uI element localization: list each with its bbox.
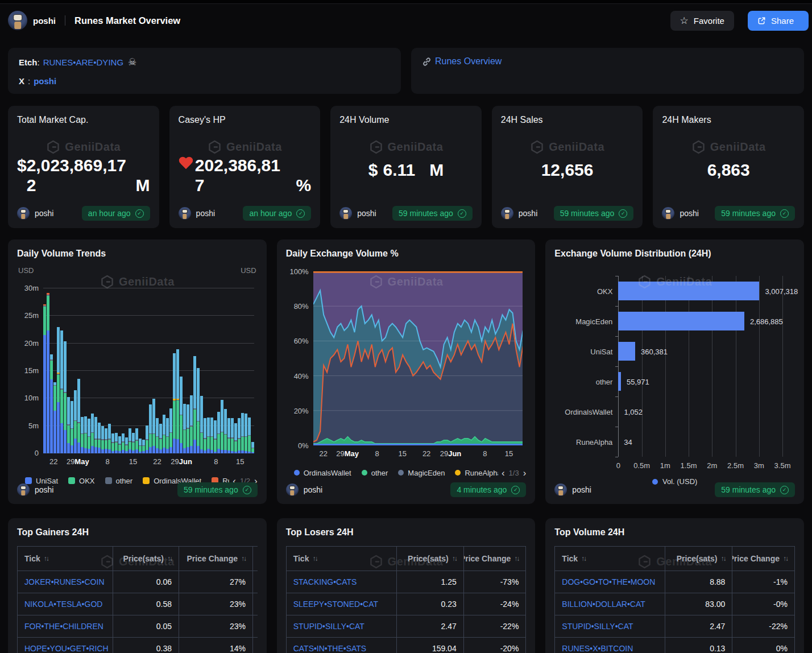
- tick-link[interactable]: CATS•IN•THE•SATS: [286, 638, 396, 653]
- author-name[interactable]: poshi: [357, 209, 376, 218]
- sort-icon[interactable]: ↑↓: [241, 555, 246, 563]
- runes-overview-link[interactable]: Runes Overview: [435, 56, 502, 67]
- price-change-cell: -22%: [463, 615, 526, 638]
- gridline: [642, 276, 643, 457]
- column-header-clipped[interactable]: V: [253, 547, 258, 571]
- daily-volume-trends-card: Daily Volume Trends USD USD GeniiData 05…: [8, 239, 267, 504]
- author-name[interactable]: poshi: [572, 485, 591, 494]
- column-header-price-sats-[interactable]: Price(sats)↑↓: [665, 547, 732, 571]
- poshi-avatar[interactable]: [339, 207, 352, 220]
- author-name[interactable]: poshi: [35, 209, 53, 218]
- column-header-tick[interactable]: Tick↑↓: [286, 547, 396, 571]
- favorite-button[interactable]: ☆ Favorite: [670, 11, 734, 31]
- bar-segment-magiceden: [105, 428, 107, 439]
- tick-link[interactable]: HOPE•YOU•GET•RICH: [18, 638, 113, 653]
- bar-segment-magiceden: [159, 424, 162, 438]
- tick-link[interactable]: RUNES•X•BITCOIN: [555, 638, 665, 653]
- pager-prev-icon[interactable]: ‹: [502, 468, 505, 478]
- table-row: HOPE•YOU•GET•RICH0.3814%: [18, 638, 258, 653]
- sort-icon[interactable]: ↑↓: [44, 555, 48, 563]
- stacked-bar: [180, 377, 183, 453]
- tick-link[interactable]: STUPID•SILLY•CAT: [286, 615, 396, 638]
- updated-time: 59 minutes ago: [560, 209, 615, 218]
- sort-icon[interactable]: ↑↓: [452, 555, 457, 563]
- stacked-bar: [81, 417, 84, 453]
- column-header-price-change[interactable]: Price Change↑↓: [179, 547, 253, 571]
- bar-segment-unisat: [234, 452, 237, 453]
- tick-link[interactable]: DOG•GO•TO•THE•MOON: [555, 571, 665, 593]
- poshi-avatar[interactable]: [662, 207, 674, 220]
- etch-rune-link[interactable]: RUNES•ARE•DYING: [43, 57, 123, 67]
- volume-bar-other[interactable]: [618, 372, 621, 391]
- column-header-price-sats-[interactable]: Price(sats)↑↓: [396, 547, 463, 571]
- x-tick: 29May: [336, 449, 359, 458]
- stacked-bar: [238, 418, 241, 453]
- sort-icon[interactable]: ↑↓: [581, 555, 586, 563]
- column-header-price-sats-[interactable]: Price(sats)↑↓: [113, 547, 179, 571]
- x-tick: 8: [375, 449, 379, 458]
- price-sats-cell: 0.38: [113, 638, 179, 653]
- sort-icon[interactable]: ↑↓: [720, 555, 725, 563]
- volume-bar-magiceden[interactable]: [618, 312, 744, 330]
- stacked-bar: [64, 341, 67, 453]
- poshi-avatar[interactable]: [17, 207, 30, 220]
- poshi-avatar[interactable]: [554, 483, 567, 496]
- sort-icon[interactable]: ↑↓: [514, 555, 519, 563]
- column-header-tick[interactable]: Tick↑↓: [555, 547, 665, 571]
- stacked-bar: [98, 423, 101, 453]
- sort-icon[interactable]: ↑↓: [783, 555, 788, 563]
- bar-segment-okx: [183, 430, 186, 448]
- bar-segment-magiceden: [152, 399, 155, 433]
- pager-next-icon[interactable]: ›: [523, 468, 527, 478]
- chart-footer: poshi59 minutes ago✓: [17, 482, 258, 497]
- tick-link[interactable]: SLEEPY•STONED•CAT: [286, 593, 396, 615]
- sort-icon[interactable]: ↑↓: [167, 555, 172, 563]
- tick-link[interactable]: STUPID•SILLY•CAT: [555, 615, 665, 638]
- bar-segment-unisat: [129, 449, 131, 453]
- legend-item-runealpha[interactable]: RuneAlpha: [455, 469, 501, 477]
- share-button[interactable]: Share: [748, 11, 809, 31]
- price-change-cell: -73%: [463, 571, 526, 593]
- author-name[interactable]: poshi: [196, 209, 215, 218]
- legend-item-other[interactable]: other: [362, 469, 388, 477]
- bar-segment-magiceden: [187, 404, 189, 428]
- legend-item-magiceden[interactable]: MagicEden: [398, 469, 445, 477]
- stat-title: 24H Volume: [339, 115, 473, 125]
- author-name[interactable]: poshi: [304, 485, 322, 494]
- author-name[interactable]: poshi: [680, 209, 698, 218]
- x-tick: 15: [505, 449, 513, 458]
- author-name[interactable]: poshi: [519, 209, 537, 218]
- tick-link[interactable]: NIKOLA•TESLA•GOD: [18, 593, 113, 615]
- tick-link[interactable]: BILLION•DOLLAR•CAT: [555, 593, 665, 615]
- axis-tick: [615, 336, 618, 337]
- stacked-bar: [217, 412, 220, 453]
- column-header-tick[interactable]: Tick↑↓: [18, 547, 113, 571]
- poshi-avatar[interactable]: [179, 207, 191, 220]
- table-title: Top Volume 24H: [554, 527, 795, 538]
- poshi-avatar[interactable]: [8, 11, 27, 30]
- bar-segment-okx: [142, 446, 145, 451]
- bar-segment-okx: [101, 440, 104, 449]
- poshi-avatar[interactable]: [17, 483, 30, 496]
- user-name[interactable]: poshi: [33, 16, 56, 26]
- tick-link[interactable]: FOR•THE•CHILDREN: [18, 615, 113, 638]
- author-name[interactable]: poshi: [35, 485, 53, 494]
- legend-item-ordinalswallet[interactable]: OrdinalsWallet: [294, 469, 351, 477]
- table-row: DOG•GO•TO•THE•MOON8.88-1%: [555, 571, 795, 593]
- tick-link[interactable]: STACKING•CATS: [286, 571, 396, 593]
- x-logo-icon: X: [19, 76, 24, 86]
- volume-bar-okx[interactable]: [618, 282, 759, 300]
- stacked-bar: [122, 433, 125, 453]
- bar-segment-unisat: [197, 446, 200, 453]
- poshi-avatar[interactable]: [286, 483, 299, 496]
- stat-value: 6,863: [662, 160, 795, 180]
- column-header-price-change[interactable]: Price Change↑↓: [463, 547, 526, 571]
- tick-link[interactable]: JOKER•RUNES•COIN: [18, 571, 113, 593]
- column-header-price-change[interactable]: Price Change↑↓: [732, 547, 795, 571]
- poshi-avatar[interactable]: [501, 207, 513, 220]
- volume-bar-unisat[interactable]: [618, 342, 635, 361]
- price-change-cell: 0%: [732, 638, 795, 653]
- x-tick-month: Jun: [448, 449, 461, 458]
- x-profile-link[interactable]: poshi: [34, 76, 56, 86]
- sort-icon[interactable]: ↑↓: [312, 555, 317, 563]
